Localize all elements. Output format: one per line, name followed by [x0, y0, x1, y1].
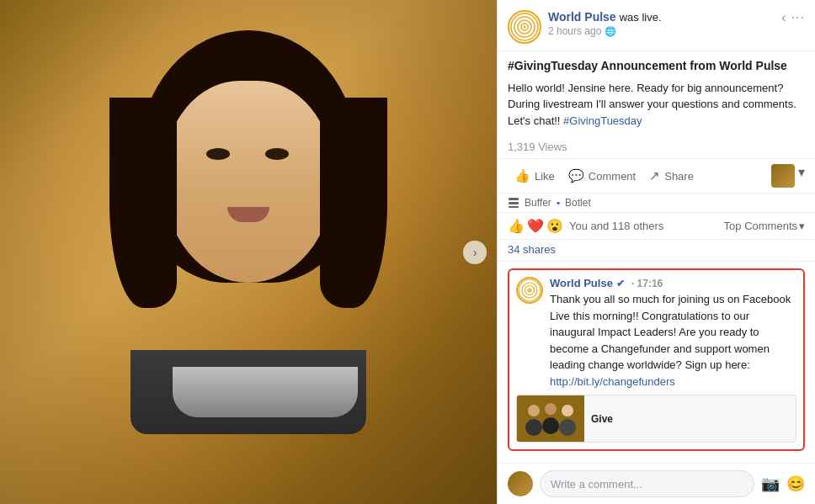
comment-header: World Pulse ✔ · 17:16 Thank you all so m… — [516, 277, 796, 390]
collar — [173, 367, 358, 417]
camera-icon[interactable]: 📷 — [761, 475, 780, 493]
panel-scroll-content[interactable]: World Pulse was live. 2 hours ago 🌐 ‹ ··… — [498, 0, 815, 463]
thumbnail-dropdown-icon[interactable]: ▾ — [798, 164, 805, 188]
world-pulse-logo-icon — [509, 12, 540, 42]
botlet-icon: ▪ — [557, 197, 560, 209]
like-icon: 👍 — [514, 168, 530, 183]
more-options-icon[interactable]: ··· — [791, 10, 805, 25]
user-thumbnail — [771, 164, 795, 188]
mouth — [227, 207, 269, 222]
comment-link[interactable]: http://bit.ly/changefunders — [550, 375, 675, 388]
comment-icon: 💬 — [568, 168, 584, 183]
wow-reaction-icon: 😮 — [546, 218, 563, 234]
hair-right — [320, 98, 387, 308]
post-header: World Pulse was live. 2 hours ago 🌐 ‹ ··… — [498, 0, 815, 51]
views-count: 1,319 Views — [508, 141, 567, 153]
svg-rect-6 — [509, 202, 519, 204]
svg-rect-5 — [509, 198, 519, 200]
buffer-bar: Buffer ▪ Botlet — [498, 194, 815, 213]
action-bar: 👍 Like 💬 Comment ↗ Share ▾ — [498, 159, 815, 194]
page-name-row: World Pulse was live. — [548, 10, 775, 24]
link-preview-label[interactable]: Give — [584, 410, 620, 428]
share-label: Share — [664, 170, 694, 183]
eye-left — [206, 148, 230, 160]
svg-point-16 — [545, 403, 557, 415]
share-button[interactable]: ↗ Share — [642, 165, 700, 187]
comment-body: World Pulse ✔ · 17:16 Thank you all so m… — [550, 277, 796, 390]
emoji-icon[interactable]: 😊 — [786, 475, 805, 493]
shirt — [131, 350, 366, 434]
comment-body-text: Thank you all so much for joining us on … — [550, 293, 791, 371]
comment-input-placeholder: Write a comment... — [551, 478, 642, 491]
svg-point-4 — [524, 26, 526, 29]
shares-row[interactable]: 34 shares — [498, 240, 815, 262]
hair-left — [109, 98, 177, 308]
highlighted-comment: World Pulse ✔ · 17:16 Thank you all so m… — [508, 268, 805, 451]
botlet-label[interactable]: Botlet — [565, 197, 591, 209]
face — [164, 81, 333, 283]
reaction-icons: 👍 ❤️ 😮 You and 118 others — [508, 218, 663, 234]
comment-avatar[interactable] — [516, 277, 543, 304]
post-meta: 2 hours ago 🌐 — [548, 25, 775, 37]
link-preview-svg — [517, 395, 584, 442]
share-icon: ↗ — [649, 168, 660, 183]
comment-author-name[interactable]: World Pulse — [550, 277, 613, 289]
header-actions: ‹ ··· — [781, 10, 805, 25]
comment-text: Thank you all so much for joining us on … — [550, 291, 796, 390]
page-name[interactable]: World Pulse — [548, 10, 616, 24]
comment-section: World Pulse ✔ · 17:16 Thank you all so m… — [498, 262, 815, 463]
right-panel: World Pulse was live. 2 hours ago 🌐 ‹ ··… — [497, 0, 815, 504]
top-comments-label: Top Comments — [724, 220, 797, 232]
svg-point-18 — [562, 405, 573, 416]
comment-button[interactable]: 💬 Comment — [562, 165, 642, 187]
commenter-avatar-image — [508, 471, 533, 496]
person-silhouette — [114, 30, 383, 434]
svg-point-12 — [529, 289, 530, 291]
page-avatar[interactable] — [508, 10, 541, 44]
top-comments-button[interactable]: Top Comments ▾ — [724, 220, 805, 232]
post-title: #GivingTuesday Announcement from World P… — [508, 58, 805, 75]
post-body-text: Hello world! Jensine here. Ready for big… — [508, 82, 796, 127]
svg-point-15 — [525, 419, 542, 436]
comment-label: Comment — [589, 170, 636, 183]
video-panel: › — [0, 0, 497, 504]
top-comments-dropdown-icon: ▾ — [799, 220, 805, 232]
verified-badge-icon: ✔ — [616, 278, 625, 289]
shares-count: 34 shares — [508, 243, 556, 256]
next-arrow[interactable]: › — [463, 241, 487, 264]
link-preview-image — [517, 395, 584, 442]
post-content: #GivingTuesday Announcement from World P… — [498, 51, 815, 135]
comment-input-box[interactable]: Write a comment... — [540, 470, 754, 497]
eye-right — [265, 148, 289, 160]
post-views: 1,319 Views — [498, 135, 815, 159]
link-preview[interactable]: Give — [516, 395, 796, 443]
like-reaction-icon: 👍 — [508, 218, 525, 234]
comment-author: World Pulse ✔ · 17:16 — [550, 277, 796, 289]
svg-point-19 — [559, 419, 576, 436]
buffer-label[interactable]: Buffer — [525, 197, 551, 209]
commenter-avatar — [508, 471, 533, 496]
was-live-label: was live. — [620, 11, 662, 24]
like-label: Like — [535, 170, 555, 183]
post-text: Hello world! Jensine here. Ready for big… — [508, 80, 805, 130]
svg-point-14 — [528, 405, 540, 416]
comment-input-row: Write a comment... 📷 😊 — [498, 463, 815, 504]
reactions-row: 👍 ❤️ 😮 You and 118 others Top Comments ▾ — [498, 213, 815, 240]
post-hashtag[interactable]: #GivingTuesday — [563, 114, 642, 127]
buffer-icon — [508, 197, 519, 209]
world-pulse-comment-logo-icon — [518, 279, 541, 302]
reaction-count[interactable]: You and 118 others — [569, 220, 663, 232]
svg-point-17 — [542, 417, 559, 434]
post-header-info: World Pulse was live. 2 hours ago 🌐 — [548, 10, 775, 37]
heart-reaction-icon: ❤️ — [527, 218, 544, 234]
back-arrow-icon[interactable]: ‹ — [781, 10, 786, 25]
svg-rect-7 — [509, 206, 519, 208]
comment-timestamp: · 17:16 — [631, 278, 663, 289]
time-ago: 2 hours ago — [548, 25, 601, 37]
comment-input-icons: 📷 😊 — [761, 475, 805, 493]
like-button[interactable]: 👍 Like — [508, 165, 562, 187]
globe-icon: 🌐 — [605, 26, 616, 37]
